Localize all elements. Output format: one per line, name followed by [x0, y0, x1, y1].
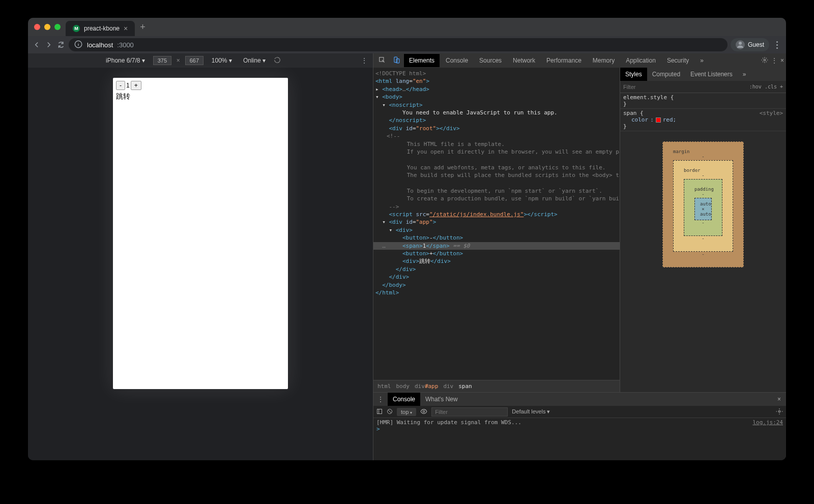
- dom-line[interactable]: ▾ <noscript>: [373, 101, 620, 109]
- device-select[interactable]: iPhone 6/7/8 ▾: [103, 56, 148, 65]
- live-expression-button[interactable]: [420, 408, 427, 416]
- new-tab-button[interactable]: +: [140, 22, 146, 33]
- close-devtools-button[interactable]: ×: [780, 57, 784, 64]
- log-levels-select[interactable]: Default levels ▾: [512, 408, 550, 415]
- dom-line[interactable]: </noscript>: [373, 116, 620, 124]
- tab-security[interactable]: Security: [662, 54, 694, 67]
- zoom-select[interactable]: 100% ▾: [209, 56, 235, 65]
- settings-button[interactable]: [761, 56, 768, 65]
- dom-line[interactable]: ▸ <head>…</head>: [373, 85, 620, 93]
- dom-line[interactable]: <!DOCTYPE html>: [373, 70, 620, 77]
- style-rule[interactable]: element.style { }: [620, 93, 786, 109]
- close-tab-button[interactable]: ×: [124, 24, 128, 33]
- breadcrumb-item-active[interactable]: span: [458, 383, 472, 390]
- elements-panel: <!DOCTYPE html> <html lang="en"> ▸ <head…: [373, 68, 786, 392]
- tab-memory[interactable]: Memory: [588, 54, 620, 67]
- console-filter-input[interactable]: [431, 407, 508, 417]
- console-settings-button[interactable]: [776, 408, 783, 416]
- drawer-tab-whatsnew[interactable]: What's New: [420, 393, 463, 406]
- dom-line[interactable]: To begin the development, run `npm start…: [373, 187, 620, 195]
- tab-application[interactable]: Application: [621, 54, 661, 67]
- log-source[interactable]: log.js:24: [752, 419, 783, 426]
- device-menu-button[interactable]: ⋮: [361, 56, 368, 65]
- dom-line[interactable]: <script src="/static/js/index.bundle.js"…: [373, 211, 620, 218]
- dom-line[interactable]: <button>-</button>: [373, 234, 620, 242]
- console-sidebar-toggle[interactable]: [376, 408, 383, 416]
- breadcrumb-item[interactable]: div: [443, 383, 453, 390]
- subtab-overflow[interactable]: »: [738, 68, 751, 81]
- tabs-overflow[interactable]: »: [695, 54, 709, 67]
- subtab-styles[interactable]: Styles: [620, 68, 647, 81]
- rule-source[interactable]: <style>: [760, 110, 783, 116]
- tab-sources[interactable]: Sources: [474, 54, 507, 67]
- subtab-computed[interactable]: Computed: [647, 68, 685, 81]
- maximize-window-button[interactable]: [54, 24, 61, 30]
- breadcrumb[interactable]: html body div#app div span: [373, 380, 620, 392]
- tab-network[interactable]: Network: [508, 54, 540, 67]
- dom-line[interactable]: You need to enable JavaScript to run thi…: [373, 109, 620, 116]
- navigate-link[interactable]: 跳转: [116, 92, 285, 101]
- profile-chip[interactable]: Guest: [731, 38, 769, 51]
- context-select[interactable]: top ▾: [397, 408, 416, 416]
- color-swatch[interactable]: [656, 117, 661, 123]
- tab-elements[interactable]: Elements: [404, 54, 440, 67]
- decrement-button[interactable]: -: [116, 81, 125, 90]
- dom-line[interactable]: </div>: [373, 265, 620, 273]
- dom-line[interactable]: ▾ <div id="app">: [373, 218, 620, 226]
- forward-button[interactable]: [44, 40, 53, 49]
- style-rule[interactable]: <style> span { color: red; }: [620, 109, 786, 131]
- cls-toggle[interactable]: .cls: [765, 84, 777, 90]
- dom-line[interactable]: The build step will place the bundled sc…: [373, 171, 620, 179]
- dom-line[interactable]: This HTML file is a template.: [373, 140, 620, 148]
- minimize-window-button[interactable]: [44, 24, 50, 30]
- breadcrumb-item[interactable]: div#app: [415, 383, 438, 390]
- dom-line[interactable]: <html lang="en">: [373, 77, 620, 85]
- dom-line[interactable]: <button>+</button>: [373, 250, 620, 257]
- dom-line[interactable]: </div>: [373, 273, 620, 281]
- tab-performance[interactable]: Performance: [541, 54, 587, 67]
- browser-tab[interactable]: M preact-kbone ×: [66, 21, 135, 36]
- inspect-button[interactable]: [375, 56, 389, 65]
- height-input[interactable]: [185, 56, 204, 65]
- dom-line[interactable]: ▾ <div>: [373, 226, 620, 234]
- drawer-tab-console[interactable]: Console: [388, 393, 420, 406]
- dom-line[interactable]: </html>: [373, 289, 620, 297]
- dom-line[interactable]: </body>: [373, 281, 620, 289]
- hov-toggle[interactable]: :hov: [749, 84, 762, 90]
- tab-console[interactable]: Console: [441, 54, 473, 67]
- subtab-listeners[interactable]: Event Listeners: [685, 68, 738, 81]
- dom-line[interactable]: You can add webfonts, meta tags, or anal…: [373, 164, 620, 171]
- close-drawer-button[interactable]: ×: [772, 396, 786, 403]
- breadcrumb-item[interactable]: html: [377, 383, 391, 390]
- throttle-select[interactable]: Online ▾: [240, 56, 269, 65]
- drawer-menu[interactable]: ⋮: [373, 396, 388, 403]
- devtools-menu[interactable]: ⋮: [771, 57, 777, 64]
- clear-console-button[interactable]: [387, 408, 393, 416]
- dom-line[interactable]: If you open it directly in the browser, …: [373, 148, 620, 156]
- dom-tree[interactable]: <!DOCTYPE html> <html lang="en"> ▸ <head…: [373, 68, 620, 380]
- reload-button[interactable]: [56, 40, 66, 49]
- url-input[interactable]: localhost:3000: [69, 38, 728, 51]
- console-prompt[interactable]: >: [376, 426, 783, 432]
- box-model[interactable]: margin - border - padding - auto × auto …: [662, 141, 744, 268]
- breadcrumb-item[interactable]: body: [396, 383, 410, 390]
- dom-line[interactable]: ▾ <body>: [373, 93, 620, 101]
- dom-line[interactable]: To create a production bundle, use `npm …: [373, 195, 620, 202]
- device-toggle-button[interactable]: [390, 56, 403, 65]
- browser-menu-button[interactable]: [772, 41, 782, 49]
- console-output[interactable]: [HMR] Waiting for update signal from WDS…: [373, 418, 786, 460]
- url-port: :3000: [117, 41, 134, 49]
- dom-line[interactable]: -->: [373, 203, 620, 211]
- dom-line[interactable]: <!--: [373, 132, 620, 140]
- simulated-viewport[interactable]: - 1 + 跳转: [113, 78, 288, 389]
- dom-line[interactable]: <div>跳转</div>: [373, 257, 620, 265]
- new-rule-button[interactable]: +: [780, 84, 783, 90]
- rotate-button[interactable]: [274, 56, 281, 65]
- back-button[interactable]: [32, 40, 41, 49]
- dom-line[interactable]: <div id="root"></div>: [373, 125, 620, 132]
- increment-button[interactable]: +: [131, 81, 141, 90]
- width-input[interactable]: [153, 56, 171, 65]
- dom-line-selected[interactable]: … <span>1</span> == $0: [373, 242, 620, 250]
- close-window-button[interactable]: [34, 24, 40, 30]
- styles-filter-input[interactable]: [623, 84, 746, 90]
